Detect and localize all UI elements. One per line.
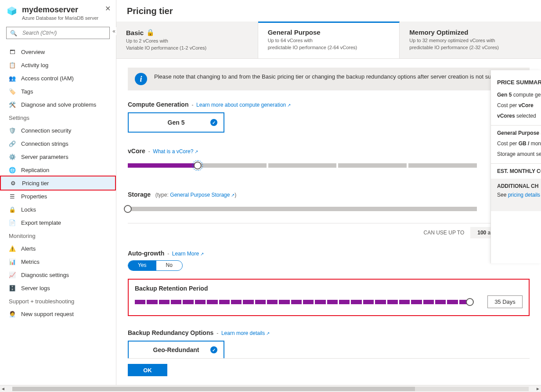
tier-tab-memory-optimized[interactable]: Memory Optimized Up to 32 memory optimiz… [400,22,541,58]
monitoring-header: Monitoring [0,229,116,242]
sidebar-item-export-template[interactable]: 📄Export template [0,216,116,229]
backup-value[interactable]: 35 Days [487,295,523,308]
autogrowth-toggle[interactable]: Yes No [128,260,183,271]
sidebar-item-server-parameters[interactable]: ⚙️Server parameters [0,150,116,163]
redundancy-card[interactable]: Geo-Redundant ✓ [128,341,224,358]
sidebar-item-pricing-tier[interactable]: ⚙Pricing tier [0,176,116,191]
settings-header: Settings [0,111,116,124]
autogrowth-link[interactable]: Learn More [172,251,204,257]
backup-slider[interactable] [135,298,470,306]
backup-slider-thumb[interactable] [466,298,474,306]
collapse-sidebar-button[interactable]: « [112,27,116,35]
backup-label: Backup Retention Period [135,285,208,292]
compute-gen-card[interactable]: Gen 5 ✓ [128,112,224,133]
sidebar-item-activity-log[interactable]: 📋Activity log [0,58,116,72]
sidebar-item-connection-security[interactable]: 🛡️Connection security [0,124,116,137]
activity-log-icon: 📋 [9,61,16,68]
properties-icon: ☰ [9,193,16,200]
storage-slider[interactable] [128,205,477,213]
compute-gen-link[interactable]: Learn more about compute generation [196,102,291,108]
diagnose-icon: 🛠️ [9,101,16,108]
backup-retention-section: Backup Retention Period 35 Days [128,279,530,316]
iam-icon: 👥 [9,75,16,82]
sidebar-item-metrics[interactable]: 📊Metrics [0,255,116,268]
iops-label: CAN USE UP TO [424,230,465,236]
horizontal-scrollbar[interactable]: ◄ ► [0,385,541,392]
sidebar-item-connection-strings[interactable]: 🔗Connection strings [0,137,116,150]
price-summary-panel: PRICE SUMMARY Gen 5 compute gen Cost per… [491,70,541,263]
tier-tabs: Basic🔒 Up to 2 vCores with Variable IO p… [116,22,541,59]
diagnostic-icon: 📈 [9,271,16,278]
sidebar-item-alerts[interactable]: ⚠️Alerts [0,242,116,255]
vcore-label: vCore [128,147,145,155]
pricing-details-link[interactable]: pricing details f [508,192,541,198]
logs-icon: 🗄️ [9,284,16,291]
sidebar-item-new-support-request[interactable]: 🧑‍💼New support request [0,307,116,320]
server-logo-icon [6,5,18,17]
check-icon: ✓ [210,119,217,126]
storage-label: Storage [128,191,151,198]
scroll-right-arrow[interactable]: ► [535,386,541,391]
gear-icon: ⚙️ [9,153,16,160]
redundancy-link[interactable]: Learn more details [221,330,270,336]
tier-tab-general-purpose[interactable]: General Purpose Up to 64 vCores with pre… [258,22,400,58]
lock-icon: 🔒 [9,206,16,213]
redundancy-label: Backup Redundancy Options [128,329,213,336]
info-banner: i Please note that changing to and from … [128,68,530,90]
sidebar-item-locks[interactable]: 🔒Locks [0,203,116,216]
autogrowth-label: Auto-growth [128,250,164,257]
vcore-link[interactable]: What is a vCore? [153,148,198,155]
sidebar-item-replication[interactable]: 🌐Replication [0,163,116,176]
storage-slider-thumb[interactable] [124,205,132,213]
close-blade-button[interactable]: ✕ [105,4,111,13]
price-summary-title: PRICE SUMMARY [497,79,541,86]
resource-title: mydemoserver [22,5,98,14]
sidebar-item-overview[interactable]: 🗔Overview [0,45,116,58]
shield-icon: 🛡️ [9,127,16,134]
lock-icon: 🔒 [146,29,155,36]
info-icon: i [135,73,147,85]
sidebar-item-server-logs[interactable]: 🗄️Server logs [0,281,116,295]
tier-tab-basic[interactable]: Basic🔒 Up to 2 vCores with Variable IO p… [116,22,258,58]
metrics-icon: 📊 [9,258,16,265]
replication-icon: 🌐 [9,166,16,173]
overview-icon: 🗔 [9,48,16,55]
search-input[interactable] [22,30,106,36]
vcore-slider-thumb[interactable] [194,162,202,169]
ok-button[interactable]: OK [128,364,167,376]
sidebar-item-tags[interactable]: 🏷️Tags [0,85,116,98]
sidebar-item-diagnostic-settings[interactable]: 📈Diagnostic settings [0,268,116,281]
sidebar-item-properties[interactable]: ☰Properties [0,190,116,203]
compute-gen-label: Compute Generation [128,101,188,108]
search-icon: 🔍 [10,29,17,36]
vcore-slider[interactable] [128,161,477,170]
page-title: Pricing tier [116,0,541,22]
support-header: Support + troubleshooting [0,295,116,307]
sidebar: mydemoserver Azure Database for MariaDB … [0,0,116,392]
alerts-icon: ⚠️ [9,245,16,252]
sidebar-item-diagnose[interactable]: 🛠️Diagnose and solve problems [0,98,116,111]
connection-icon: 🔗 [9,140,16,147]
resource-subtitle: Azure Database for MariaDB server [22,15,98,21]
autogrowth-no[interactable]: No [156,261,182,270]
tags-icon: 🏷️ [9,88,16,95]
support-icon: 🧑‍💼 [9,310,16,317]
sidebar-search[interactable]: 🔍 [6,27,110,39]
export-icon: 📄 [9,219,16,226]
storage-type-link[interactable]: General Purpose Storage [170,192,234,198]
check-icon: ✓ [210,346,217,353]
scrollbar-thumb[interactable] [12,387,415,391]
sidebar-item-access-control[interactable]: 👥Access control (IAM) [0,72,116,85]
scroll-left-arrow[interactable]: ◄ [0,386,6,391]
pricing-icon: ⚙ [10,180,17,187]
main-pane: Pricing tier Basic🔒 Up to 2 vCores with … [116,0,541,392]
autogrowth-yes[interactable]: Yes [128,261,156,270]
content-area: i Please note that changing to and from … [116,59,541,392]
